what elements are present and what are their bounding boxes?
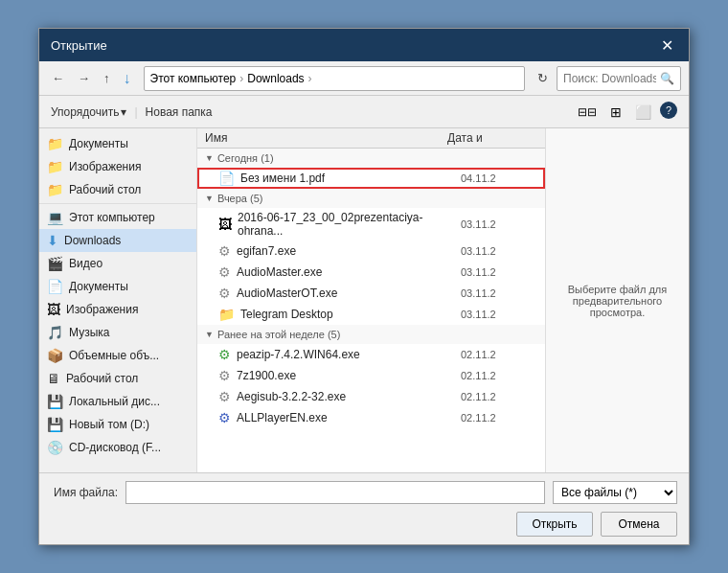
- filename-label: Имя файла:: [51, 486, 118, 499]
- file-name: 2016-06-17_23_00_02prezentaciya-ohrana..…: [238, 211, 455, 238]
- disk-icon: 💾: [47, 417, 63, 432]
- sidebar-item-music[interactable]: 🎵 Музыка: [39, 321, 196, 344]
- sidebar-item-label: Этот компьютер: [69, 211, 155, 224]
- file-area: Имя Дата и ▼ Сегодня (1) 📄 Без имени 1.p…: [197, 128, 545, 472]
- filetype-select[interactable]: Все файлы (*): [553, 481, 677, 504]
- action-row: Открыть Отмена: [51, 512, 677, 537]
- refresh-button[interactable]: ↻: [533, 68, 553, 88]
- disk-icon: 💾: [47, 394, 63, 409]
- dialog-title: Открытие: [51, 38, 107, 53]
- open-dialog: Открытие ✕ ← → ↑ ↓ Этот компьютер › Down…: [38, 28, 690, 545]
- file-name: Без имени 1.pdf: [240, 172, 455, 185]
- video-icon: 🎬: [47, 256, 63, 271]
- expand-icon: ▼: [205, 194, 214, 203]
- search-input[interactable]: [563, 72, 656, 85]
- file-row[interactable]: ⚙ Aegisub-3.2.2-32.exe 02.11.2: [197, 386, 545, 407]
- close-button[interactable]: ✕: [657, 36, 677, 55]
- new-folder-button[interactable]: Новая папка: [146, 105, 213, 119]
- sidebar-item-images1[interactable]: 📁 Изображения: [39, 155, 196, 178]
- expand-icon: ▼: [205, 330, 214, 339]
- back-button[interactable]: ←: [47, 68, 69, 88]
- folder-icon: 📁: [47, 136, 63, 151]
- forward-button[interactable]: →: [73, 68, 95, 88]
- organize-button[interactable]: Упорядочить ▾: [51, 105, 126, 119]
- file-row[interactable]: 🖼 2016-06-17_23_00_02prezentaciya-ohrana…: [197, 208, 545, 241]
- breadcrumb[interactable]: Этот компьютер › Downloads ›: [144, 66, 526, 91]
- col-date-header: Дата и: [447, 131, 524, 145]
- sidebar-item-label: Видео: [69, 257, 102, 270]
- sidebar-item-new-volume[interactable]: 💾 Новый том (D:): [39, 413, 196, 436]
- title-bar: Открытие ✕: [39, 29, 689, 61]
- sidebar-item-cd[interactable]: 💿 CD-дисковод (F...: [39, 436, 196, 459]
- sidebar-item-images2[interactable]: 🖼 Изображения: [39, 298, 196, 321]
- file-row[interactable]: ⚙ AudioMasterOT.exe 03.11.2: [197, 283, 545, 304]
- file-date: 03.11.2: [461, 245, 537, 257]
- exe-icon: ⚙: [218, 410, 231, 425]
- file-row[interactable]: 📄 Без имени 1.pdf 04.11.2: [197, 168, 545, 189]
- cube-icon: 📦: [47, 348, 63, 363]
- file-date: 03.11.2: [461, 287, 537, 299]
- file-row[interactable]: ⚙ ALLPlayerEN.exe 02.11.2: [197, 407, 545, 428]
- sidebar-item-label: Downloads: [64, 234, 121, 247]
- sidebar-item-label: CD-дисковод (F...: [69, 441, 161, 454]
- breadcrumb-sep-1: ›: [239, 72, 243, 85]
- col-name-header: Имя: [205, 131, 447, 145]
- file-list: ▼ Сегодня (1) 📄 Без имени 1.pdf 04.11.2 …: [197, 149, 545, 472]
- file-date: 02.11.2: [461, 370, 537, 381]
- open-button[interactable]: Открыть: [516, 512, 593, 537]
- sidebar: 📁 Документы 📁 Изображения 📁 Рабочий стол…: [39, 128, 197, 472]
- folder-icon: 📁: [47, 159, 63, 174]
- file-group-yesterday: ▼ Вчера (5): [197, 189, 545, 208]
- file-row[interactable]: ⚙ peazip-7.4.2.WIN64.exe 02.11.2: [197, 344, 545, 365]
- exe-icon: ⚙: [218, 389, 231, 404]
- folder-icon: 📁: [47, 182, 63, 197]
- sidebar-item-desktop1[interactable]: 📁 Рабочий стол: [39, 178, 196, 201]
- cd-icon: 💿: [47, 440, 63, 455]
- preview-panel: Выберите файл для предварительного просм…: [545, 128, 689, 472]
- file-name: Telegram Desktop: [240, 308, 455, 321]
- file-row[interactable]: 📁 Telegram Desktop 03.11.2: [197, 304, 545, 325]
- sidebar-item-video[interactable]: 🎬 Видео: [39, 252, 196, 275]
- sidebar-item-downloads[interactable]: ⬇ Downloads: [39, 229, 196, 252]
- sidebar-item-label: Документы: [69, 137, 128, 150]
- cancel-button[interactable]: Отмена: [601, 512, 677, 537]
- sidebar-item-local-disk[interactable]: 💾 Локальный дис...: [39, 390, 196, 413]
- search-icon: 🔍: [660, 72, 674, 85]
- exe-icon: ⚙: [218, 368, 231, 383]
- pdf-icon: 📄: [218, 171, 235, 186]
- help-button[interactable]: ?: [660, 102, 677, 119]
- sidebar-item-label: Документы: [69, 280, 128, 293]
- sidebar-item-label: Объемные объ...: [69, 349, 159, 362]
- file-name: 7z1900.exe: [237, 369, 455, 382]
- breadcrumb-sep-2: ›: [308, 72, 312, 85]
- action-right: ⊟⊟ ⊞ ⬜ ?: [573, 102, 677, 123]
- sidebar-item-label: Изображения: [66, 303, 138, 316]
- up-button[interactable]: ↑: [99, 68, 115, 88]
- exe-icon: ⚙: [218, 286, 231, 301]
- view-window-button[interactable]: ⬜: [630, 102, 656, 123]
- sidebar-item-3d[interactable]: 📦 Объемные объ...: [39, 344, 196, 367]
- sidebar-item-this-pc[interactable]: 💻 Этот компьютер: [39, 206, 196, 229]
- view-toggle-button[interactable]: ⊞: [605, 102, 626, 123]
- main-content: 📁 Документы 📁 Изображения 📁 Рабочий стол…: [39, 128, 689, 472]
- file-date: 02.11.2: [461, 412, 537, 424]
- document-icon: 📄: [47, 279, 63, 294]
- downloads-icon: ⬇: [47, 233, 58, 248]
- file-row[interactable]: ⚙ egifan7.exe 03.11.2: [197, 241, 545, 262]
- exe-icon: ⚙: [218, 347, 231, 362]
- filename-input[interactable]: [125, 481, 545, 504]
- sidebar-item-desktop2[interactable]: 🖥 Рабочий стол: [39, 367, 196, 390]
- downloads-nav-button[interactable]: ↓: [119, 67, 136, 90]
- preview-text: Выберите файл для предварительного просм…: [556, 284, 679, 318]
- expand-icon: ▼: [205, 153, 214, 163]
- view-details-button[interactable]: ⊟⊟: [573, 102, 602, 123]
- search-box[interactable]: 🔍: [557, 66, 681, 91]
- file-name: AudioMaster.exe: [237, 265, 455, 279]
- sidebar-item-documents2[interactable]: 📄 Документы: [39, 275, 196, 298]
- scroll-spacer: [524, 131, 537, 145]
- file-date: 02.11.2: [461, 349, 537, 360]
- exe-icon: ⚙: [218, 264, 231, 280]
- file-row[interactable]: ⚙ 7z1900.exe 02.11.2: [197, 365, 545, 386]
- sidebar-item-documents1[interactable]: 📁 Документы: [39, 132, 196, 155]
- file-row[interactable]: ⚙ AudioMaster.exe 03.11.2: [197, 262, 545, 283]
